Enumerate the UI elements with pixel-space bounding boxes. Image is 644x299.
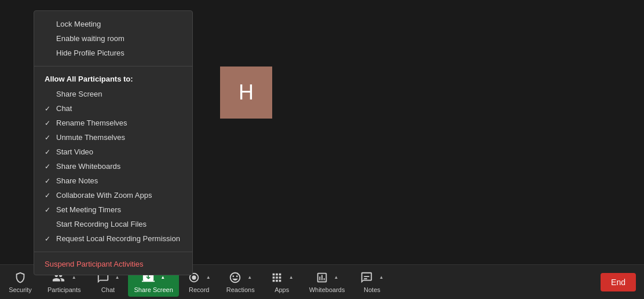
- hide-profile-pictures-label: Hide Profile Pictures: [56, 49, 125, 57]
- request-recording-check: ✓: [45, 235, 53, 243]
- shield-icon: [14, 271, 27, 284]
- rename-themselves-item[interactable]: ✓ Rename Themselves: [34, 116, 192, 130]
- apps-button[interactable]: ▲ Apps: [262, 268, 302, 297]
- end-button[interactable]: End: [601, 273, 636, 291]
- participants-chevron: ▲: [72, 275, 76, 280]
- whiteboards-chevron: ▲: [334, 275, 339, 280]
- share-screen-item[interactable]: Share Screen: [34, 87, 192, 101]
- record-chevron: ▲: [206, 275, 211, 280]
- share-screen-chevron: ▲: [160, 275, 165, 280]
- reactions-label: Reactions: [226, 286, 255, 293]
- share-whiteboards-check: ✓: [45, 163, 53, 171]
- record-label: Record: [189, 286, 209, 293]
- share-notes-item[interactable]: ✓ Share Notes: [34, 174, 192, 188]
- suspend-activities-item[interactable]: Suspend Participant Activities: [34, 257, 192, 271]
- emoji-icon: +: [229, 271, 241, 284]
- suspend-activities-label: Suspend Participant Activities: [45, 260, 144, 268]
- rename-themselves-label: Rename Themselves: [56, 119, 127, 127]
- apps-icon: [270, 271, 283, 284]
- chat-chevron: ▲: [115, 275, 120, 280]
- avatar-letter: H: [239, 80, 254, 105]
- set-meeting-timers-item[interactable]: ✓ Set Meeting Timers: [34, 202, 192, 217]
- apps-icon-wrap: ▲: [270, 271, 294, 284]
- whiteboards-button[interactable]: ▲ Whiteboards: [302, 268, 352, 297]
- notes-chevron: ▲: [379, 275, 383, 280]
- chat-check: ✓: [45, 105, 53, 113]
- enable-waiting-room-item[interactable]: Enable waiting room: [34, 31, 192, 46]
- collaborate-check: ✓: [45, 191, 53, 200]
- start-video-item[interactable]: ✓ Start Video: [34, 145, 192, 159]
- notes-label: Notes: [364, 286, 380, 293]
- chat-label: Chat: [56, 104, 72, 113]
- request-local-recording-label: Request Local Recording Permission: [56, 234, 180, 243]
- request-local-recording-item[interactable]: ✓ Request Local Recording Permission: [34, 231, 192, 246]
- notes-icon: [360, 271, 373, 284]
- reactions-button[interactable]: + ▲ Reactions: [219, 268, 262, 297]
- share-notes-check: ✓: [45, 177, 53, 185]
- enable-waiting-room-label: Enable waiting room: [56, 34, 125, 43]
- lock-meeting-item[interactable]: Lock Meeting: [34, 17, 192, 31]
- hide-profile-pictures-item[interactable]: Hide Profile Pictures: [34, 46, 192, 60]
- chat-item[interactable]: ✓ Chat: [34, 101, 192, 116]
- reactions-chevron: ▲: [247, 275, 252, 280]
- notes-icon-wrap: ▲: [360, 271, 383, 284]
- lock-meeting-label: Lock Meeting: [56, 20, 101, 28]
- whiteboards-icon-wrap: ▲: [316, 271, 339, 284]
- set-meeting-timers-label: Set Meeting Timers: [56, 205, 121, 214]
- chat-label: Chat: [101, 286, 115, 293]
- danger-section: Suspend Participant Activities: [34, 252, 192, 275]
- menu-top-section: Lock Meeting Enable waiting room Hide Pr…: [34, 11, 192, 67]
- set-timers-check: ✓: [45, 206, 53, 214]
- share-whiteboards-item[interactable]: ✓ Share Whiteboards: [34, 159, 192, 174]
- collaborate-zoom-apps-item[interactable]: ✓ Collaborate With Zoom Apps: [34, 188, 192, 202]
- start-recording-local-label: Start Recording Local Files: [56, 220, 147, 228]
- start-video-check: ✓: [45, 148, 53, 156]
- whiteboard-icon: [316, 271, 328, 284]
- allow-section: Allow All Participants to: Share Screen …: [34, 67, 192, 252]
- security-menu: Lock Meeting Enable waiting room Hide Pr…: [34, 10, 193, 275]
- notes-button[interactable]: ▲ Notes: [352, 268, 392, 297]
- allow-section-header: Allow All Participants to:: [34, 69, 192, 87]
- share-whiteboards-label: Share Whiteboards: [56, 162, 120, 171]
- share-notes-label: Share Notes: [56, 176, 98, 185]
- security-icon-wrap: [14, 271, 27, 284]
- svg-point-1: [192, 275, 196, 279]
- start-video-label: Start Video: [56, 147, 93, 156]
- avatar: H: [220, 67, 272, 119]
- collaborate-zoom-apps-label: Collaborate With Zoom Apps: [56, 191, 152, 200]
- unmute-themselves-label: Unmute Themselves: [56, 133, 125, 142]
- security-label: Security: [9, 286, 32, 293]
- participants-label: Participants: [47, 286, 80, 293]
- share-screen-label: Share Screen: [134, 286, 173, 293]
- apps-chevron: ▲: [289, 275, 294, 280]
- apps-label: Apps: [275, 286, 289, 293]
- unmute-themselves-item[interactable]: ✓ Unmute Themselves: [34, 130, 192, 145]
- start-recording-local-item[interactable]: Start Recording Local Files: [34, 217, 192, 231]
- whiteboards-label: Whiteboards: [309, 286, 345, 293]
- rename-check: ✓: [45, 119, 53, 127]
- share-screen-label: Share Screen: [56, 90, 103, 98]
- unmute-check: ✓: [45, 134, 53, 142]
- main-content: H Lock Meeting Enable waiting room Hide …: [0, 0, 644, 264]
- reactions-icon-wrap: + ▲: [229, 271, 252, 284]
- svg-text:+: +: [237, 272, 239, 276]
